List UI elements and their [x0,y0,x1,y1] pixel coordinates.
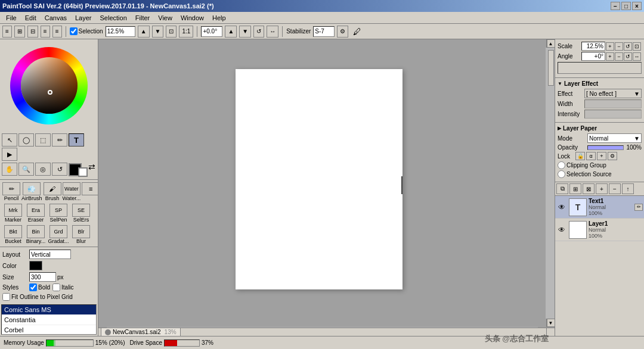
lock-all-btn[interactable]: 🔒 [575,152,585,160]
zoom-fit-btn[interactable]: ⊡ [166,26,177,38]
lock-settings-btn[interactable]: ⚙ [608,152,617,160]
selection-source-label[interactable]: Selection Source [558,170,612,178]
layer-item-layer1[interactable]: 👁 Layer1 Normal 100% [555,219,644,241]
italic-checkbox-label[interactable]: Italic [52,283,74,291]
effect-dropdown[interactable]: [ No effect ] ▼ [584,89,642,98]
bold-checkbox-label[interactable]: Bold [29,283,50,291]
scroll-track-vertical[interactable] [546,48,555,319]
brush-selers[interactable]: SE SelErs [70,204,92,223]
canvas-tab[interactable]: NewCanvas1.sai2 13% [101,328,181,336]
layer-eye-text1[interactable]: 👁 [556,202,567,213]
layer-paper-header[interactable]: ▶ Layer Paper [558,125,642,132]
layer-add-btn[interactable]: + [596,183,608,194]
stabilizer-settings-btn[interactable]: ⚙ [337,26,348,38]
toolbar-btn-3[interactable]: ⊟ [27,26,38,38]
menu-canvas[interactable]: Canvas [41,13,70,23]
color-gradient-square[interactable] [21,57,78,114]
clipping-group-label[interactable]: Clipping Group [558,161,606,169]
selection-checkbox[interactable] [70,27,78,35]
tool-rotate[interactable]: ◎ [35,163,51,176]
maximize-button[interactable]: □ [621,2,631,10]
tool-next[interactable]: ▶ [2,148,17,161]
toolbar-btn-2[interactable]: ⊞ [14,26,25,38]
layer-copy-btn[interactable]: ⧉ [556,183,568,194]
tool-hand[interactable]: ✋ [2,163,17,176]
tool-rect[interactable]: ⬚ [35,133,51,147]
brush-airbrush[interactable]: 💨 AirBrush [21,182,42,201]
minimize-button[interactable]: − [611,2,620,10]
zoom-down-btn[interactable]: ▼ [152,26,164,38]
brush-more[interactable]: ≡ [82,182,98,201]
brush-binary[interactable]: Bin Binary... [25,225,47,244]
fit-outline-checkbox[interactable] [2,293,10,301]
italic-checkbox[interactable] [52,283,60,291]
layout-input[interactable] [29,250,71,259]
lock-add-btn[interactable]: + [597,152,606,160]
menu-layer[interactable]: Layer [72,13,95,23]
vertical-scrollbar[interactable]: ▲ ▼ [546,39,555,327]
close-button[interactable]: × [632,2,642,10]
scale-input[interactable] [581,42,605,51]
tool-select[interactable]: ↖ [2,133,17,147]
menu-selection[interactable]: Selection [97,13,131,23]
menu-filter[interactable]: Filter [132,13,153,23]
window-controls[interactable]: − □ × [611,2,642,10]
tool-pen[interactable]: ✏ [52,133,67,147]
scale-reset-btn[interactable]: ↺ [624,42,632,51]
brush-water[interactable]: Water Water... [63,182,81,201]
opacity-track[interactable] [587,145,624,150]
brush-eraser[interactable]: Era Eraser [25,204,47,223]
tool-text[interactable]: T [69,133,84,147]
brush-gradient[interactable]: Grd Gradat... [48,225,69,244]
angle-reset-btn[interactable]: ↺ [253,26,264,38]
bold-checkbox[interactable] [29,283,37,291]
toolbar-btn-1[interactable]: ≡ [2,26,12,38]
color-wheel[interactable] [10,47,88,124]
zoom-input[interactable] [106,26,135,37]
menu-view[interactable]: View [154,13,176,23]
angle-reset-btn-right[interactable]: ↺ [624,52,632,61]
brush-bucket[interactable]: Bkt Bucket [2,225,24,244]
layer-merge-btn[interactable]: ⊞ [569,183,581,194]
clipping-group-radio[interactable] [558,161,565,169]
scale-up-btn[interactable]: + [606,42,614,51]
font-list[interactable]: Comic Sans MS Constantia Corbel Dosis Eb… [1,304,97,335]
layer-eye-layer1[interactable]: 👁 [556,225,567,235]
fit-outline-label[interactable]: Fit Outline to Pixel Grid [2,293,73,301]
layer-item-text1[interactable]: 👁 T Text1 Normal 100% ✏ [555,196,644,219]
layer-effect-header[interactable]: ▼ Layer Effect [558,80,642,87]
menu-window[interactable]: Window [177,13,208,23]
angle-input[interactable] [201,26,222,37]
layer-tb-3[interactable]: ⊠ [583,183,595,194]
tool-zoom[interactable]: 🔍 [18,163,34,176]
angle-flip-btn-right[interactable]: ↔ [633,52,641,61]
angle-up-btn[interactable]: ▲ [225,26,237,38]
brush-marker[interactable]: Mrk Marker [2,204,24,223]
menu-file[interactable]: File [2,13,20,23]
angle-input-right[interactable] [581,52,605,61]
scale-down-btn[interactable]: − [615,42,623,51]
background-color[interactable] [78,167,88,177]
layer-edit-btn[interactable]: ✏ [634,204,643,211]
toolbar-btn-5[interactable]: ≡ [52,26,62,38]
menu-edit[interactable]: Edit [21,13,40,23]
swap-colors-btn[interactable]: ⇄ [88,162,95,177]
scroll-up-btn[interactable]: ▲ [547,39,555,48]
zoom-up-btn[interactable]: ▲ [138,26,150,38]
lock-alpha-btn[interactable]: α [586,152,596,160]
zoom-1to1-btn[interactable]: 1:1 [179,26,193,38]
brush-brush[interactable]: 🖌 Brush [44,182,61,201]
angle-down-btn-right[interactable]: − [615,52,623,61]
scroll-down-btn[interactable]: ▼ [547,319,555,327]
angle-down-btn[interactable]: ▼ [239,26,251,38]
drawing-canvas[interactable] [236,69,402,289]
tool-undo[interactable]: ↺ [52,163,67,176]
selection-source-radio[interactable] [558,170,565,178]
brush-pencil[interactable]: ✏ Pencil [2,182,20,201]
color-swatch[interactable] [29,261,42,270]
scale-fit-btn[interactable]: ⊡ [633,42,641,51]
scroll-thumb-vertical[interactable] [548,50,554,86]
angle-flip-btn[interactable]: ↔ [267,26,278,38]
mode-dropdown[interactable]: Normal ▼ [587,133,642,143]
font-item-comic-sans[interactable]: Comic Sans MS [2,305,96,315]
